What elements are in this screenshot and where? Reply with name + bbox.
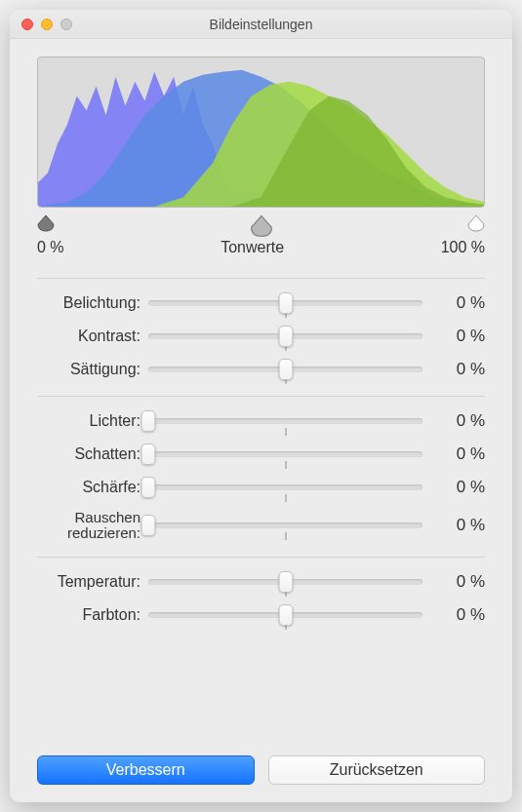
divider (37, 557, 485, 558)
slider-row-lichter: Lichter:0 % (37, 410, 485, 432)
slider-group-2: Lichter:0 %Schatten:0 %Schärfe:0 %Rausch… (37, 410, 485, 541)
lichter-label: Lichter: (37, 412, 141, 430)
levels-labels: 0 % Tonwerte 100 % (37, 239, 485, 256)
slider-row-rauschen: Rauschenreduzieren:0 % (37, 510, 485, 541)
slider-group-1: Belichtung:0 %Kontrast:0 %Sättigung:0 % (37, 292, 485, 380)
kontrast-slider-thumb[interactable] (278, 326, 293, 347)
temperatur-value: 0 % (430, 572, 485, 592)
histogram (37, 57, 485, 208)
schatten-slider-thumb[interactable] (141, 444, 156, 465)
lichter-value: 0 % (430, 411, 485, 431)
temperatur-label: Temperatur: (37, 573, 141, 591)
levels-mid-point[interactable] (249, 213, 274, 239)
slider-row-temperatur: Temperatur:0 % (37, 571, 485, 593)
reset-button[interactable]: Zurücksetzen (268, 755, 486, 785)
schatten-label: Schatten: (37, 445, 141, 463)
slider-row-schatten: Schatten:0 % (37, 444, 485, 465)
content-area: 0 % Tonwerte 100 % Belichtung:0 %Kontras… (10, 39, 512, 802)
saettigung-slider-thumb[interactable] (278, 359, 293, 380)
levels-black-point[interactable] (36, 213, 56, 233)
lichter-slider-thumb[interactable] (141, 410, 156, 432)
button-row: Verbessern Zurücksetzen (37, 738, 485, 785)
farbton-label: Farbton: (37, 606, 141, 624)
rauschen-label: Rauschenreduzieren: (37, 510, 141, 541)
close-icon[interactable] (21, 19, 33, 30)
schatten-value: 0 % (430, 445, 485, 464)
temperatur-slider-thumb[interactable] (278, 571, 293, 593)
farbton-slider[interactable] (148, 604, 422, 626)
enhance-button[interactable]: Verbessern (37, 755, 255, 785)
titlebar: Bildeinstellungen (10, 10, 512, 39)
slider-group-3: Temperatur:0 %Farbton:0 % (37, 571, 485, 626)
rauschen-slider-thumb[interactable] (141, 515, 156, 536)
minimize-icon[interactable] (41, 19, 53, 30)
levels-white-point[interactable] (466, 213, 486, 233)
slider-row-belichtung: Belichtung:0 % (37, 292, 485, 314)
zoom-icon (60, 19, 72, 30)
schatten-slider[interactable] (148, 444, 422, 465)
belichtung-slider[interactable] (148, 292, 422, 314)
kontrast-label: Kontrast: (37, 328, 141, 345)
belichtung-value: 0 % (430, 293, 485, 313)
saettigung-slider[interactable] (148, 359, 422, 380)
temperatur-slider[interactable] (148, 571, 422, 593)
levels-left-label: 0 % (37, 239, 64, 256)
farbton-slider-thumb[interactable] (278, 604, 293, 626)
schaerfe-slider-thumb[interactable] (141, 477, 156, 498)
belichtung-slider-thumb[interactable] (278, 292, 293, 314)
schaerfe-label: Schärfe: (37, 479, 141, 496)
kontrast-value: 0 % (430, 327, 485, 346)
divider (37, 396, 485, 397)
levels-slider[interactable] (37, 213, 485, 235)
slider-row-saettigung: Sättigung:0 % (37, 359, 485, 380)
farbton-value: 0 % (430, 605, 485, 625)
kontrast-slider[interactable] (148, 326, 422, 347)
rauschen-value: 0 % (430, 516, 485, 535)
belichtung-label: Belichtung: (37, 294, 141, 312)
lichter-slider[interactable] (148, 410, 422, 432)
divider (37, 278, 485, 279)
rauschen-slider[interactable] (148, 515, 422, 536)
window-title: Bildeinstellungen (10, 17, 512, 32)
schaerfe-slider[interactable] (148, 477, 422, 498)
levels-center-label: Tonwerte (221, 239, 284, 256)
slider-row-farbton: Farbton:0 % (37, 604, 485, 626)
slider-row-kontrast: Kontrast:0 % (37, 326, 485, 347)
slider-row-schaerfe: Schärfe:0 % (37, 477, 485, 498)
saettigung-value: 0 % (430, 360, 485, 379)
saettigung-label: Sättigung: (37, 361, 141, 378)
window-controls (10, 19, 72, 30)
image-settings-window: Bildeinstellungen 0 % Ton (10, 10, 512, 802)
levels-right-label: 100 % (441, 239, 485, 256)
schaerfe-value: 0 % (430, 478, 485, 497)
